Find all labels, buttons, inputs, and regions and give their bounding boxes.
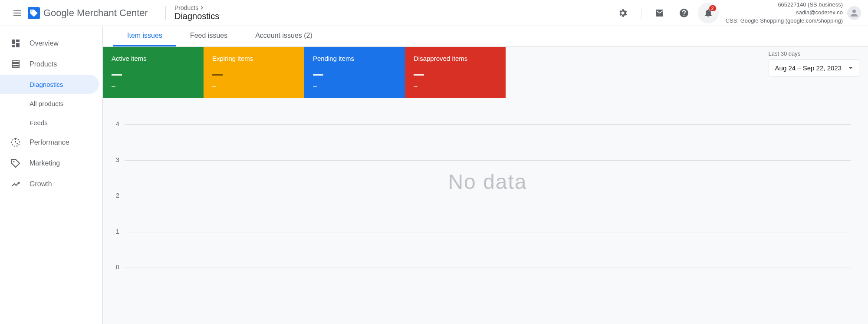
y-tick-label: 0	[116, 264, 119, 271]
status-label: Expiring items	[212, 55, 296, 62]
account-email: sadia@coderex.co	[796, 9, 843, 17]
mail-icon	[654, 8, 665, 18]
dashboard-icon	[10, 38, 21, 49]
tab-feed-issues[interactable]: Feed issues	[176, 26, 241, 46]
sidebar-item-performance[interactable]: Performance	[0, 132, 99, 153]
status-value: –	[313, 83, 396, 90]
sidebar-item-label: Feeds	[30, 119, 48, 126]
tab-item-issues[interactable]: Item issues	[113, 26, 176, 46]
status-sparkline	[313, 74, 323, 76]
sidebar-item-diagnostics[interactable]: Diagnostics	[0, 75, 99, 94]
settings-button[interactable]	[612, 3, 633, 23]
date-range-value: Aug 24 – Sep 22, 2023	[775, 64, 842, 72]
status-cards: Active items – Expiring items – Pending …	[103, 47, 868, 98]
sidebar: Overview Products Diagnostics All produc…	[0, 26, 103, 324]
status-card-active[interactable]: Active items –	[103, 47, 204, 98]
status-sparkline	[212, 74, 223, 76]
y-tick-label: 1	[116, 228, 119, 235]
status-card-expiring[interactable]: Expiring items –	[204, 47, 304, 98]
notification-badge: 2	[709, 5, 716, 11]
svg-point-0	[13, 161, 15, 162]
sidebar-item-label: Growth	[30, 180, 52, 188]
status-value: –	[414, 83, 497, 90]
notifications-button[interactable]: 2	[698, 3, 719, 23]
chart-empty-state: No data	[448, 170, 527, 194]
status-card-pending[interactable]: Pending items –	[304, 47, 405, 98]
date-range-select[interactable]: Aug 24 – Sep 22, 2023	[769, 60, 859, 76]
account-css: CSS: Google Shopping (google.com/shoppin…	[726, 17, 843, 25]
menu-button[interactable]	[7, 3, 28, 23]
sidebar-item-products[interactable]: Products	[0, 54, 99, 75]
y-tick-label: 2	[116, 192, 119, 199]
status-label: Pending items	[313, 55, 396, 62]
sidebar-item-label: Marketing	[30, 159, 60, 167]
sidebar-item-feeds[interactable]: Feeds	[0, 113, 99, 132]
sidebar-item-label: Products	[30, 60, 57, 68]
person-icon	[849, 8, 859, 18]
sidebar-item-label: Overview	[30, 40, 59, 47]
y-tick-label: 4	[116, 120, 119, 127]
gear-icon	[618, 8, 628, 18]
divider	[641, 7, 641, 19]
main-content: Item issues Feed issues Account issues (…	[103, 26, 868, 324]
hamburger-icon	[12, 8, 23, 18]
account-info: 665227140 (SS business) sadia@coderex.co…	[726, 1, 843, 25]
help-icon	[679, 8, 689, 18]
status-card-disapproved[interactable]: Disapproved items –	[405, 47, 506, 98]
sidebar-item-marketing[interactable]: Marketing	[0, 153, 99, 174]
growth-icon	[10, 179, 21, 189]
status-label: Disapproved items	[414, 55, 497, 62]
list-icon	[10, 59, 21, 69]
tabs: Item issues Feed issues Account issues (…	[103, 26, 868, 47]
divider	[165, 6, 166, 20]
breadcrumb: Products Diagnostics	[174, 4, 219, 21]
date-picker-area: Last 30 days Aug 24 – Sep 22, 2023	[769, 50, 859, 76]
date-range-label: Last 30 days	[769, 50, 801, 57]
tag-icon	[10, 158, 21, 169]
sidebar-item-label: Diagnostics	[30, 81, 63, 88]
app-header: Google Merchant Center Products Diagnost…	[0, 0, 868, 26]
status-value: –	[212, 83, 296, 90]
tab-account-issues[interactable]: Account issues (2)	[241, 26, 326, 46]
sidebar-item-label: Performance	[30, 139, 69, 146]
chevron-right-icon	[198, 4, 205, 11]
chart: 4 3 2 1 0 No data	[125, 124, 851, 268]
logo[interactable]: Google Merchant Center	[28, 7, 148, 19]
breadcrumb-parent[interactable]: Products	[174, 4, 198, 11]
status-sparkline	[112, 74, 122, 76]
page-title: Diagnostics	[174, 11, 219, 21]
sidebar-item-growth[interactable]: Growth	[0, 174, 99, 195]
sidebar-item-label: All products	[30, 100, 63, 107]
help-button[interactable]	[674, 3, 694, 23]
status-value: –	[112, 83, 195, 90]
status-label: Active items	[112, 55, 195, 62]
sidebar-item-overview[interactable]: Overview	[0, 33, 99, 54]
y-tick-label: 3	[116, 156, 119, 163]
content-area: Active items – Expiring items – Pending …	[103, 47, 868, 324]
mail-button[interactable]	[649, 3, 670, 23]
performance-icon	[10, 137, 21, 148]
sidebar-item-all-products[interactable]: All products	[0, 94, 99, 113]
header-actions: 2	[612, 3, 719, 23]
status-sparkline	[414, 74, 424, 76]
account-id: 665227140 (SS business)	[778, 1, 843, 9]
merchant-tag-icon	[28, 7, 40, 19]
logo-text: Google Merchant Center	[43, 7, 148, 19]
avatar[interactable]	[847, 6, 861, 20]
